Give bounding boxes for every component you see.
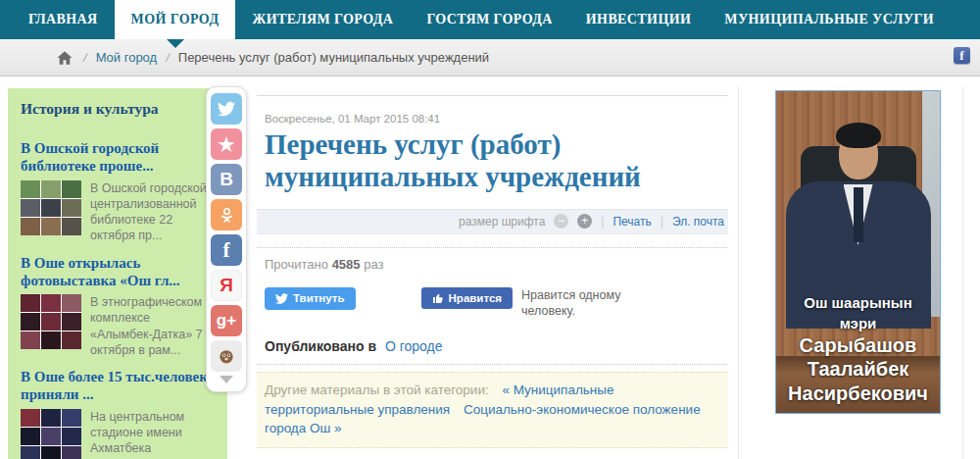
google-plus-icon[interactable]: g+ (211, 305, 242, 336)
news-title-link[interactable]: В Ошской городской библиотеке проше... (21, 139, 214, 176)
like-status-text: Нравится одному человеку. (521, 287, 639, 320)
social-share-bar: ★ В f Я g+ (206, 86, 247, 392)
news-excerpt: В Ошской городской централизованной библ… (90, 180, 214, 244)
mayor-photo[interactable]: Ош шаарынын мэри Сарыбашов Таалайбек Нас… (775, 90, 941, 414)
print-link[interactable]: Печать (612, 215, 651, 229)
news-thumbnail[interactable] (21, 409, 81, 459)
divider (257, 364, 728, 365)
breadcrumb-current-page: Перечень услуг (работ) муниципальных учр… (178, 50, 489, 65)
share-buttons-row: Твитнуть Нравится Нравится одному челове… (265, 287, 728, 320)
surfingbird-icon[interactable] (211, 340, 242, 372)
list-item: В Ошской городской библиотеке проше... В… (21, 139, 214, 244)
increase-font-icon[interactable]: + (577, 214, 592, 229)
sidebar-history-culture: История и культура В Ошской городской би… (8, 88, 227, 459)
mayor-caption-line: мэри (776, 314, 940, 333)
photo-tie (854, 187, 863, 242)
list-item: В Оше открылась фотовыставка «Ош гл... В… (21, 254, 214, 359)
list-item: В Оше более 15 тыс.человек приняли ... Н… (21, 368, 214, 459)
odnoklassniki-icon[interactable] (211, 199, 242, 230)
mayor-name-line: Таалайбек (776, 357, 940, 381)
breadcrumb: / Мой город / Перечень услуг (работ) мун… (0, 39, 980, 76)
news-title-link[interactable]: В Оше более 15 тыс.человек приняли ... (21, 368, 214, 404)
vkontakte-icon[interactable]: В (211, 164, 242, 195)
photo-hair (836, 123, 881, 148)
font-size-label: размер шрифта (459, 215, 545, 229)
page-title: Перечень услуг (работ) муниципальных учр… (265, 128, 728, 193)
mayor-caption: Ош шаарынын мэри Сарыбашов Таалайбек Нас… (776, 293, 940, 405)
tweet-button[interactable]: Твитнуть (265, 287, 356, 310)
main-navigation: ГЛАВНАЯ МОЙ ГОРОД ЖИТЕЛЯМ ГОРОДА ГОСТЯМ … (0, 0, 980, 39)
facebook-share-icon[interactable]: f (954, 47, 970, 64)
article: Воскресенье, 01 Март 2015 08:41 Перечень… (257, 86, 739, 459)
home-icon[interactable] (55, 49, 74, 67)
chevron-down-icon[interactable] (220, 376, 233, 383)
nav-item-my-city[interactable]: МОЙ ГОРОД (115, 0, 236, 39)
read-count-value: 4585 (332, 257, 361, 272)
breadcrumb-separator: / (83, 50, 87, 65)
news-thumbnail[interactable] (21, 294, 81, 349)
breadcrumb-separator: / (166, 50, 170, 65)
page: ГЛАВНАЯ МОЙ ГОРОД ЖИТЕЛЯМ ГОРОДА ГОСТЯМ … (0, 0, 980, 459)
yandex-icon[interactable]: Я (211, 270, 242, 301)
facebook-like-button[interactable]: Нравится (421, 287, 513, 309)
published-in-row: Опубликовано в О городе (265, 338, 728, 354)
article-toolbar: размер шрифта − + | Печать | Эл. почта (257, 209, 728, 234)
sidebar-header: История и культура (21, 100, 214, 118)
mayor-caption-line: Ош шаарынын (776, 293, 940, 313)
divider (257, 95, 728, 96)
facebook-icon[interactable]: f (211, 234, 242, 266)
mayor-name-line: Насирбекович (776, 382, 940, 405)
mayor-name-line: Сарыбашов (776, 333, 940, 357)
nav-item-home[interactable]: ГЛАВНАЯ (12, 0, 115, 39)
favorites-star-icon[interactable]: ★ (211, 128, 242, 160)
read-count: Прочитано 4585 раз (257, 247, 728, 272)
decrease-font-icon[interactable]: − (554, 214, 568, 229)
nav-item-municipal-services[interactable]: МУНИЦИПАЛЬНЫЕ УСЛУГИ (708, 0, 951, 39)
related-label: Другие материалы в этой категории: (265, 382, 489, 397)
divider: | (601, 215, 604, 229)
news-thumbnail[interactable] (21, 180, 81, 235)
nav-item-residents[interactable]: ЖИТЕЛЯМ ГОРОДА (235, 0, 410, 39)
news-excerpt: На центральном стадионе имени Ахматбека … (90, 409, 214, 459)
category-link[interactable]: О городе (385, 338, 443, 354)
twitter-icon[interactable] (211, 93, 242, 125)
divider (962, 86, 963, 459)
divider: | (661, 215, 663, 229)
published-in-label: Опубликовано в (265, 338, 376, 354)
breadcrumb-link-my-city[interactable]: Мой город (96, 50, 158, 65)
news-excerpt: В этнографическом комплексе «Алымбек-Дат… (90, 294, 214, 358)
nav-item-investments[interactable]: ИНВЕСТИЦИИ (569, 0, 708, 39)
email-link[interactable]: Эл. почта (672, 215, 724, 229)
nav-item-guests[interactable]: ГОСТЯМ ГОРОДА (410, 0, 568, 39)
news-title-link[interactable]: В Оше открылась фотовыставка «Ош гл... (21, 254, 214, 290)
related-materials-box: Другие материалы в этой категории: « Мун… (257, 372, 728, 448)
article-date: Воскресенье, 01 Март 2015 08:41 (265, 113, 728, 125)
